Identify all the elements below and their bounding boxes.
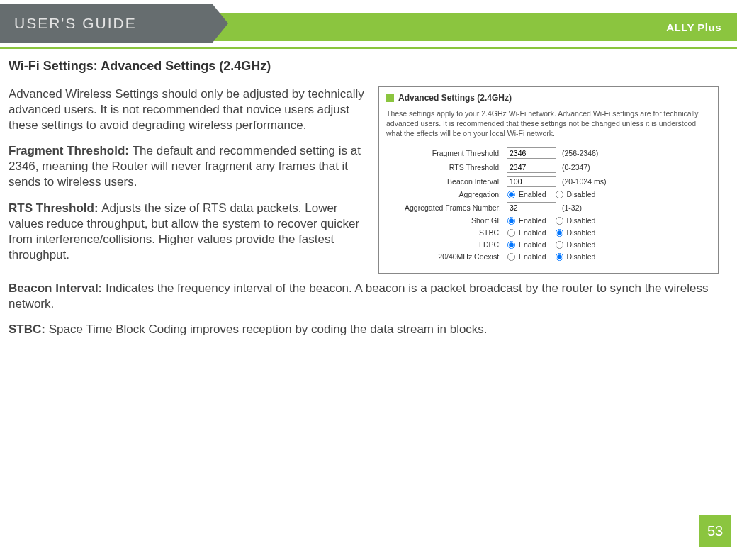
radio-label-enabled: Enabled <box>519 228 546 237</box>
radio-label-disabled: Disabled <box>567 216 596 225</box>
radio-label-enabled: Enabled <box>519 240 546 249</box>
label-fragment-bold: Fragment Threshold: <box>9 144 133 157</box>
row-aggregated-frames: Aggregated Frames Number: (1-32) <box>386 202 711 213</box>
panel-title: Advanced Settings (2.4GHz) <box>398 93 512 103</box>
label-rts: RTS Threshold: <box>386 163 507 172</box>
range-fragment: (256-2346) <box>562 149 598 157</box>
header-bar: ALLY Plus USER'S GUIDE <box>0 4 737 43</box>
range-beacon: (20-1024 ms) <box>562 177 606 186</box>
panel-description: These settings apply to your 2.4GHz Wi-F… <box>386 108 711 139</box>
label-fragment: Fragment Threshold: <box>386 149 507 157</box>
radio-label-disabled: Disabled <box>567 228 596 237</box>
panel-square-icon <box>386 94 394 102</box>
range-agg-frames: (1-32) <box>562 203 582 212</box>
product-name: ALLY Plus <box>666 21 721 33</box>
label-beacon: Beacon Interval: <box>386 177 507 186</box>
radio-ldpc-enabled[interactable] <box>507 240 515 248</box>
para-beacon: Beacon Interval: Indicates the frequency… <box>9 281 719 312</box>
radio-stbc-enabled[interactable] <box>507 228 515 236</box>
row-stbc: STBC: Enabled Disabled <box>386 228 711 237</box>
input-fragment-threshold[interactable] <box>507 147 556 159</box>
para-stbc: STBC: Space Time Block Coding improves r… <box>9 322 719 337</box>
row-coexist: 20/40MHz Coexist: Enabled Disabled <box>386 252 711 262</box>
radio-label-enabled: Enabled <box>519 190 546 198</box>
radio-aggregation-enabled[interactable] <box>507 190 515 198</box>
label-stbc: STBC: <box>386 228 507 237</box>
text-stbc: Space Time Block Coding improves recepti… <box>49 323 488 336</box>
row-fragment-threshold: Fragment Threshold: (256-2346) <box>386 147 711 159</box>
radio-stbc-disabled[interactable] <box>556 228 563 236</box>
page-number: 53 <box>699 515 731 547</box>
label-ldpc: LDPC: <box>386 240 507 249</box>
radio-coexist-disabled[interactable] <box>556 252 563 260</box>
header-dark-tab: USER'S GUIDE <box>0 4 213 43</box>
input-agg-frames[interactable] <box>507 202 556 213</box>
radio-label-disabled: Disabled <box>567 252 596 261</box>
label-agg-frames: Aggregated Frames Number: <box>386 203 507 212</box>
guide-label: USER'S GUIDE <box>14 15 137 32</box>
radio-ldpc-disabled[interactable] <box>556 240 563 248</box>
row-short-gi: Short GI: Enabled Disabled <box>386 216 711 225</box>
text-beacon: Indicates the frequency interval of the … <box>9 281 709 310</box>
row-aggregation: Aggregation: Enabled Disabled <box>386 190 711 199</box>
radio-label-enabled: Enabled <box>519 252 546 261</box>
input-beacon-interval[interactable] <box>507 176 556 187</box>
row-rts-threshold: RTS Threshold: (0-2347) <box>386 162 711 173</box>
label-stbc-bold: STBC: <box>9 323 49 336</box>
row-beacon-interval: Beacon Interval: (20-1024 ms) <box>386 176 711 187</box>
settings-panel: Advanced Settings (2.4GHz) These setting… <box>378 86 719 274</box>
radio-coexist-enabled[interactable] <box>507 252 515 260</box>
input-rts-threshold[interactable] <box>507 162 556 173</box>
radio-aggregation-disabled[interactable] <box>556 190 563 198</box>
radio-short-gi-enabled[interactable] <box>507 216 515 224</box>
label-coexist: 20/40MHz Coexist: <box>386 252 507 261</box>
row-ldpc: LDPC: Enabled Disabled <box>386 240 711 250</box>
header-green-strip: ALLY Plus <box>213 13 737 41</box>
radio-label-disabled: Disabled <box>567 240 596 249</box>
panel-header: Advanced Settings (2.4GHz) <box>386 93 711 103</box>
content-area: Wi-Fi Settings: Advanced Settings (2.4GH… <box>0 49 737 337</box>
radio-label-enabled: Enabled <box>519 216 546 225</box>
radio-label-disabled: Disabled <box>567 190 596 198</box>
label-rts-bold: RTS Threshold: <box>9 201 101 215</box>
label-beacon-bold: Beacon Interval: <box>9 281 106 295</box>
label-short-gi: Short GI: <box>386 216 507 225</box>
radio-short-gi-disabled[interactable] <box>556 216 563 224</box>
label-aggregation: Aggregation: <box>386 190 507 198</box>
range-rts: (0-2347) <box>562 163 590 172</box>
page-title: Wi-Fi Settings: Advanced Settings (2.4GH… <box>9 59 719 74</box>
